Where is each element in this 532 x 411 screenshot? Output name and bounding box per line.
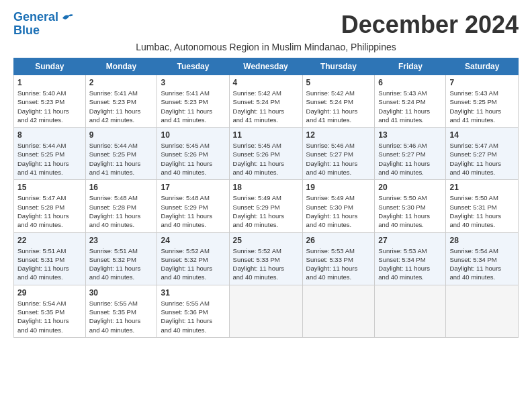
table-row [375,285,446,337]
calendar-table: Sunday Monday Tuesday Wednesday Thursday… [13,58,519,338]
day-number: 23 [89,236,154,245]
table-row: 8Sunrise: 5:44 AM Sunset: 5:25 PM Daylig… [14,128,86,180]
day-number: 1 [17,78,82,87]
calendar-week-row: 22Sunrise: 5:51 AM Sunset: 5:31 PM Dayli… [14,232,519,285]
day-info: Sunrise: 5:41 AM Sunset: 5:23 PM Dayligh… [161,89,225,124]
table-row [302,285,375,337]
table-row: 16Sunrise: 5:48 AM Sunset: 5:28 PM Dayli… [85,180,157,232]
calendar-week-row: 29Sunrise: 5:54 AM Sunset: 5:35 PM Dayli… [14,285,519,337]
day-info: Sunrise: 5:49 AM Sunset: 5:30 PM Dayligh… [306,193,371,229]
day-info: Sunrise: 5:40 AM Sunset: 5:23 PM Dayligh… [17,89,82,124]
day-number: 10 [161,130,225,140]
day-number: 26 [306,236,371,245]
day-info: Sunrise: 5:48 AM Sunset: 5:28 PM Dayligh… [89,193,154,229]
col-thursday: Thursday [302,58,375,75]
logo-bird-icon [61,13,76,24]
calendar-week-row: 15Sunrise: 5:47 AM Sunset: 5:28 PM Dayli… [14,180,519,232]
subtitle: Lumbac, Autonomous Region in Muslim Mind… [13,42,519,52]
day-number: 17 [161,183,225,192]
page: General Blue December 2024 Lumbac, Auton… [0,0,532,345]
table-row: 2Sunrise: 5:41 AM Sunset: 5:23 PM Daylig… [85,75,157,128]
day-number: 11 [233,130,299,140]
col-wednesday: Wednesday [229,58,302,75]
day-info: Sunrise: 5:55 AM Sunset: 5:35 PM Dayligh… [89,299,154,334]
table-row: 29Sunrise: 5:54 AM Sunset: 5:35 PM Dayli… [14,285,86,337]
day-info: Sunrise: 5:50 AM Sunset: 5:31 PM Dayligh… [449,193,515,229]
day-number: 7 [449,78,515,87]
table-row: 30Sunrise: 5:55 AM Sunset: 5:35 PM Dayli… [85,285,157,337]
day-info: Sunrise: 5:43 AM Sunset: 5:24 PM Dayligh… [378,89,442,124]
day-number: 9 [89,130,154,140]
calendar-header-row: Sunday Monday Tuesday Wednesday Thursday… [14,58,519,75]
table-row: 11Sunrise: 5:45 AM Sunset: 5:26 PM Dayli… [229,128,302,180]
day-number: 8 [17,130,82,140]
month-title: December 2024 [341,11,519,39]
day-info: Sunrise: 5:49 AM Sunset: 5:29 PM Dayligh… [233,193,299,229]
table-row: 23Sunrise: 5:51 AM Sunset: 5:32 PM Dayli… [85,232,157,285]
day-info: Sunrise: 5:45 AM Sunset: 5:26 PM Dayligh… [233,141,299,177]
table-row: 17Sunrise: 5:48 AM Sunset: 5:29 PM Dayli… [157,180,229,232]
day-info: Sunrise: 5:46 AM Sunset: 5:27 PM Dayligh… [378,141,442,177]
day-info: Sunrise: 5:43 AM Sunset: 5:25 PM Dayligh… [449,89,515,124]
day-info: Sunrise: 5:51 AM Sunset: 5:31 PM Dayligh… [17,246,82,282]
day-info: Sunrise: 5:51 AM Sunset: 5:32 PM Dayligh… [89,246,154,282]
day-number: 25 [233,236,299,245]
table-row: 15Sunrise: 5:47 AM Sunset: 5:28 PM Dayli… [14,180,86,232]
day-number: 30 [89,288,154,298]
day-info: Sunrise: 5:52 AM Sunset: 5:33 PM Dayligh… [233,246,299,282]
day-info: Sunrise: 5:50 AM Sunset: 5:30 PM Dayligh… [378,193,442,229]
day-info: Sunrise: 5:52 AM Sunset: 5:32 PM Dayligh… [161,246,225,282]
day-number: 14 [449,130,515,140]
day-number: 31 [161,288,225,298]
table-row: 26Sunrise: 5:53 AM Sunset: 5:33 PM Dayli… [302,232,375,285]
col-monday: Monday [85,58,157,75]
table-row: 18Sunrise: 5:49 AM Sunset: 5:29 PM Dayli… [229,180,302,232]
day-info: Sunrise: 5:53 AM Sunset: 5:33 PM Dayligh… [306,246,371,282]
calendar-week-row: 1Sunrise: 5:40 AM Sunset: 5:23 PM Daylig… [14,75,519,128]
table-row: 7Sunrise: 5:43 AM Sunset: 5:25 PM Daylig… [446,75,519,128]
table-row: 27Sunrise: 5:53 AM Sunset: 5:34 PM Dayli… [375,232,446,285]
day-number: 3 [161,78,225,87]
col-saturday: Saturday [446,58,519,75]
day-info: Sunrise: 5:54 AM Sunset: 5:35 PM Dayligh… [17,299,82,334]
day-number: 19 [306,183,371,192]
logo: General Blue [13,11,76,38]
table-row: 9Sunrise: 5:44 AM Sunset: 5:25 PM Daylig… [85,128,157,180]
day-info: Sunrise: 5:53 AM Sunset: 5:34 PM Dayligh… [378,246,442,282]
day-info: Sunrise: 5:45 AM Sunset: 5:26 PM Dayligh… [161,141,225,177]
day-number: 27 [378,236,442,245]
day-number: 20 [378,183,442,192]
day-info: Sunrise: 5:48 AM Sunset: 5:29 PM Dayligh… [161,193,225,229]
day-number: 29 [17,288,82,298]
day-number: 12 [306,130,371,140]
table-row: 31Sunrise: 5:55 AM Sunset: 5:36 PM Dayli… [157,285,229,337]
day-info: Sunrise: 5:47 AM Sunset: 5:28 PM Dayligh… [17,193,82,229]
table-row: 12Sunrise: 5:46 AM Sunset: 5:27 PM Dayli… [302,128,375,180]
calendar-week-row: 8Sunrise: 5:44 AM Sunset: 5:25 PM Daylig… [14,128,519,180]
day-info: Sunrise: 5:44 AM Sunset: 5:25 PM Dayligh… [89,141,154,177]
day-number: 4 [233,78,299,87]
day-info: Sunrise: 5:42 AM Sunset: 5:24 PM Dayligh… [306,89,371,124]
day-number: 18 [233,183,299,192]
day-info: Sunrise: 5:54 AM Sunset: 5:34 PM Dayligh… [449,246,515,282]
day-number: 15 [17,183,82,192]
table-row [229,285,302,337]
table-row: 4Sunrise: 5:42 AM Sunset: 5:24 PM Daylig… [229,75,302,128]
table-row: 22Sunrise: 5:51 AM Sunset: 5:31 PM Dayli… [14,232,86,285]
day-info: Sunrise: 5:55 AM Sunset: 5:36 PM Dayligh… [161,299,225,334]
day-number: 2 [89,78,154,87]
day-info: Sunrise: 5:46 AM Sunset: 5:27 PM Dayligh… [306,141,371,177]
day-number: 28 [449,236,515,245]
table-row: 13Sunrise: 5:46 AM Sunset: 5:27 PM Dayli… [375,128,446,180]
table-row: 28Sunrise: 5:54 AM Sunset: 5:34 PM Dayli… [446,232,519,285]
day-number: 24 [161,236,225,245]
logo-text: General Blue [13,11,58,38]
day-number: 13 [378,130,442,140]
header: General Blue December 2024 [13,11,519,39]
col-friday: Friday [375,58,446,75]
day-info: Sunrise: 5:42 AM Sunset: 5:24 PM Dayligh… [233,89,299,124]
table-row: 5Sunrise: 5:42 AM Sunset: 5:24 PM Daylig… [302,75,375,128]
day-number: 21 [449,183,515,192]
table-row: 10Sunrise: 5:45 AM Sunset: 5:26 PM Dayli… [157,128,229,180]
table-row: 24Sunrise: 5:52 AM Sunset: 5:32 PM Dayli… [157,232,229,285]
